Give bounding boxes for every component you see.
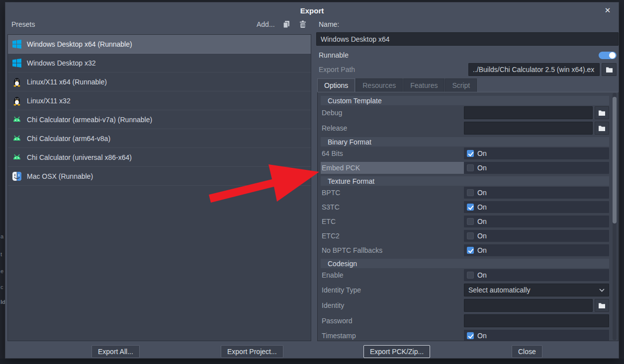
android-robot-icon — [12, 152, 22, 162]
tab-features[interactable]: Features — [403, 78, 445, 92]
property-row-etc: ETC On — [321, 216, 609, 227]
close-button[interactable]: Close — [512, 345, 542, 358]
runnable-label: Runnable — [319, 51, 349, 59]
section-texture-format[interactable]: Texture Format — [321, 176, 609, 186]
checkbox-etc2[interactable] — [467, 232, 474, 239]
checkbox-s3tc[interactable] — [467, 204, 474, 211]
section-codesign[interactable]: Codesign — [321, 259, 609, 268]
property-label: Timestamp — [321, 330, 464, 341]
export-all-button[interactable]: Export All... — [91, 345, 140, 358]
property-row-identity-type: Identity Type Select automatically — [321, 284, 609, 296]
preset-label: Chi Calculator (armeabi-v7a) (Runnable) — [27, 116, 152, 124]
export-dialog: Export ✕ Presets Add... Windows Desktop … — [5, 2, 619, 359]
tab-resources[interactable]: Resources — [356, 78, 403, 92]
property-label: S3TC — [321, 201, 464, 213]
preset-row-linux-x32[interactable]: Linux/X11 x32 — [8, 91, 311, 110]
name-input[interactable]: Windows Desktop x64 — [316, 32, 619, 46]
windows-logo-icon — [12, 39, 22, 49]
export-project-button[interactable]: Export Project... — [221, 345, 283, 358]
preset-row-windows-x32[interactable]: Windows Desktop x32 — [8, 54, 311, 73]
preset-label: Chi Calculator (universal x86-x64) — [27, 153, 132, 161]
folder-icon — [606, 67, 613, 73]
preset-row-mac-osx[interactable]: Mac OSX (Runnable) — [8, 167, 311, 186]
checkbox-no-bptc-fallbacks[interactable] — [467, 247, 474, 254]
edge-text-fragment: e — [0, 268, 3, 274]
property-label: BPTC — [321, 187, 464, 199]
property-label: Enable — [321, 269, 464, 281]
edge-text-fragment: c — [0, 284, 3, 290]
folder-icon — [598, 125, 606, 132]
checkbox-bptc[interactable] — [467, 189, 474, 196]
presets-header: Presets — [11, 20, 35, 28]
property-row-embed-pck: Embed PCK On — [321, 162, 609, 174]
mac-finder-icon — [12, 171, 22, 181]
checkbox-64-bits[interactable] — [467, 150, 474, 157]
preset-label: Mac OSX (Runnable) — [27, 172, 93, 180]
linux-tux-icon — [12, 77, 22, 87]
name-label: Name: — [319, 20, 339, 28]
name-input-value: Windows Desktop x64 — [321, 35, 390, 43]
preset-label: Windows Desktop x32 — [27, 59, 96, 67]
property-label: 64 Bits — [321, 147, 464, 159]
property-row-identity: Identity — [321, 299, 609, 312]
identity-input[interactable] — [464, 299, 593, 312]
debug-template-input[interactable] — [464, 106, 593, 119]
property-row-password: Password — [321, 314, 609, 327]
checkbox-timestamp[interactable] — [467, 332, 474, 339]
release-template-input[interactable] — [464, 122, 593, 135]
identity-browse-button[interactable] — [595, 299, 609, 312]
release-browse-button[interactable] — [595, 122, 609, 135]
export-path-browse-button[interactable] — [602, 63, 617, 76]
property-label: Password — [321, 315, 464, 327]
toggle-knob — [609, 52, 616, 59]
section-binary-format[interactable]: Binary Format — [321, 137, 609, 146]
export-pck-zip-button[interactable]: Export PCK/Zip... — [363, 345, 430, 358]
property-row-etc2: ETC2 On — [321, 230, 609, 242]
preset-row-linux-x64[interactable]: Linux/X11 x64 (Runnable) — [8, 73, 311, 91]
preset-row-android-armeabi[interactable]: Chi Calculator (armeabi-v7a) (Runnable) — [8, 110, 311, 129]
export-path-input[interactable]: ../Builds/Chi Calculator 2.5 (win x64).e… — [468, 63, 600, 76]
property-row-timestamp: Timestamp On — [321, 330, 609, 341]
options-rows: Custom Template Debug Release Binary For… — [318, 92, 609, 341]
options-panel: Custom Template Debug Release Binary For… — [317, 92, 619, 341]
delete-preset-icon[interactable] — [298, 20, 307, 29]
background-editor-edge: a t e c ld — [0, 0, 5, 364]
script-editor-code-line: 137 ▼ func clear_last(): — [0, 359, 624, 364]
debug-browse-button[interactable] — [595, 106, 609, 119]
property-row-enable: Enable On — [321, 269, 609, 281]
preset-row-windows-x64[interactable]: Windows Desktop x64 (Runnable) — [8, 35, 311, 54]
export-path-value: ../Builds/Chi Calculator 2.5 (win x64).e… — [473, 66, 594, 73]
runnable-toggle[interactable] — [599, 52, 617, 59]
preset-list: Windows Desktop x64 (Runnable) Windows D… — [7, 34, 311, 341]
tab-script[interactable]: Script — [445, 78, 477, 92]
checkbox-etc[interactable] — [467, 218, 474, 225]
property-row-no-bptc-fallbacks: No BPTC Fallbacks On — [321, 244, 609, 256]
options-scrollbar-thumb[interactable] — [613, 97, 617, 223]
checkbox-enable[interactable] — [467, 272, 474, 279]
checkbox-embed-pck[interactable] — [467, 164, 474, 171]
section-custom-template[interactable]: Custom Template — [321, 96, 609, 105]
property-label: Embed PCK — [321, 162, 464, 174]
duplicate-preset-icon[interactable] — [282, 20, 291, 29]
identity-type-dropdown[interactable]: Select automatically — [464, 284, 609, 296]
property-label: ETC — [321, 216, 464, 227]
preset-row-android-universal[interactable]: Chi Calculator (universal x86-x64) — [8, 148, 311, 167]
tab-options[interactable]: Options — [317, 78, 355, 92]
property-label: ETC2 — [321, 230, 464, 242]
add-preset-button[interactable]: Add... — [257, 20, 275, 28]
property-row-release: Release — [321, 122, 609, 135]
android-robot-icon — [12, 134, 22, 144]
close-icon[interactable]: ✕ — [603, 5, 613, 15]
property-label: Debug — [321, 107, 464, 119]
preset-label: Windows Desktop x64 (Runnable) — [27, 40, 132, 48]
linux-tux-icon — [12, 96, 22, 106]
chevron-down-icon — [599, 289, 605, 292]
folder-icon — [598, 302, 606, 309]
android-robot-icon — [12, 115, 22, 125]
preset-row-android-arm64[interactable]: Chi Calculator (arm64-v8a) — [8, 129, 311, 148]
edge-text-fragment: t — [0, 251, 2, 257]
folder-icon — [598, 110, 606, 116]
property-label: Identity — [321, 299, 464, 311]
password-input[interactable] — [464, 314, 609, 327]
property-label: Identity Type — [321, 284, 464, 296]
